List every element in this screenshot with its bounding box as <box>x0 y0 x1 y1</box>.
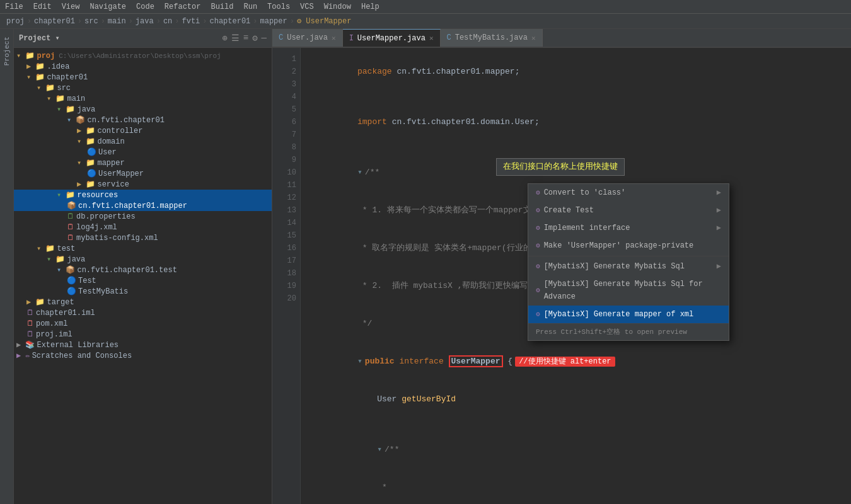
tree-item-pom-xml[interactable]: 🗒 pom.xml <box>14 318 272 329</box>
breadcrumb-usermapper[interactable]: ⚙ UserMapper <box>297 16 351 26</box>
java-class-icon: 🔵 <box>67 287 76 296</box>
tree-item-target[interactable]: ▶ 📁 target <box>14 297 272 307</box>
tab-usermapper-java[interactable]: I UserMapper.java ✕ <box>343 29 441 47</box>
tree-item-chapter01[interactable]: ▾ 📁 chapter01 <box>14 72 272 83</box>
folder-icon: ▾ 📁 <box>37 244 55 253</box>
folder-icon: ▾ 📁 <box>26 72 45 82</box>
menu-tools[interactable]: Tools <box>267 3 290 11</box>
tree-item-scratches[interactable]: ▶ ✏ Scratches and Consoles <box>14 350 272 361</box>
tree-item-domain[interactable]: ▾ 📁 domain <box>14 136 272 147</box>
tab-testmybatis-java-close[interactable]: ✕ <box>531 34 536 42</box>
close-panel-icon[interactable]: — <box>262 33 267 43</box>
xml-icon: 🗒 <box>67 222 74 232</box>
breadcrumb-proj[interactable]: proj <box>6 17 25 26</box>
tree-item-main[interactable]: ▾ 📁 main <box>14 93 272 104</box>
left-panel-tab[interactable]: Project <box>0 29 14 504</box>
tree-item-controller[interactable]: ▶ 📁 controller <box>14 125 272 136</box>
menu-refactor[interactable]: Refactor <box>165 3 201 11</box>
ctx-make-package-private[interactable]: ⚙ Make 'UserMapper' package-private <box>528 237 729 255</box>
breadcrumb-chapter01b[interactable]: chapter01 <box>210 17 251 26</box>
ctx-icon: ⚙ <box>536 284 540 297</box>
code-line-13: ▾/** <box>308 431 843 469</box>
package-icon: 📦 <box>67 201 76 210</box>
tree-item-mybatis-config[interactable]: 🗒 mybatis-config.xml <box>14 232 272 243</box>
menu-build[interactable]: Build <box>211 3 233 11</box>
tree-item-resources[interactable]: ▾ 📁 resources <box>14 190 272 200</box>
breadcrumb-java[interactable]: java <box>136 17 154 26</box>
settings-icon[interactable]: ⚙ <box>252 33 257 43</box>
java-interface-icon: 🔵 <box>87 169 96 178</box>
tree-item-cn-fvti[interactable]: ▾ 📦 cn.fvti.chapter01 <box>14 115 272 125</box>
tab-testmybatis-java[interactable]: C TestMyBatis.java ✕ <box>441 29 543 47</box>
properties-icon: 🗒 <box>67 212 74 221</box>
ctx-icon: ⚙ <box>536 239 540 252</box>
menubar: File Edit View Navigate Code Refactor Bu… <box>0 0 851 14</box>
expand-icon[interactable]: ≡ <box>243 33 248 43</box>
code-line-1: package cn.fvti.chapter01.mapper; <box>308 53 843 91</box>
tree-item-mapper-folder[interactable]: ▾ 📁 mapper <box>14 158 272 168</box>
tree-item-proj-iml[interactable]: 🗒 proj.iml <box>14 329 272 340</box>
tree-item-idea[interactable]: ▶ 📁 .idea <box>14 61 272 72</box>
main-layout: Project Project ▾ ⊕ ☰ ≡ ⚙ — ▾ 📁 proj C:\… <box>0 29 851 504</box>
code-editor[interactable]: 1234 5678 9101112 13141516 17181920 pack… <box>272 48 851 504</box>
tree-item-usermapper-class[interactable]: 🔵 UserMapper <box>14 168 272 179</box>
collapse-all-icon[interactable]: ☰ <box>231 33 240 43</box>
breadcrumb-src[interactable]: src <box>84 17 98 26</box>
tree-item-test-class[interactable]: 🔵 Test <box>14 275 272 286</box>
tree-item-testmybatis-class[interactable]: 🔵 TestMyBatis <box>14 286 272 297</box>
tree-item-user-class[interactable]: 🔵 User <box>14 147 272 158</box>
menu-help[interactable]: Help <box>361 3 379 11</box>
folder-icon: ▶ 📁 <box>26 62 45 71</box>
breadcrumb-cn[interactable]: cn <box>163 17 172 26</box>
source-folder-icon: ▾ 📁 <box>57 105 75 114</box>
ctx-generate-mybatis-sql[interactable]: ⚙ [MybatisX] Generate Mybatis Sql ▶ <box>528 258 729 275</box>
breadcrumb-main[interactable]: main <box>108 17 126 26</box>
file-tree: ▾ 📁 proj C:\Users\Administrator\Desktop\… <box>14 48 272 504</box>
line-numbers: 1234 5678 9101112 13141516 17181920 <box>272 48 301 504</box>
ctx-generate-mybatis-sql-advance[interactable]: ⚙ [MybatisX] Generate Mybatis Sql for Ad… <box>528 275 729 306</box>
ctx-icon: ⚙ <box>536 204 540 217</box>
folder-icon: ▾ 📁 <box>37 83 55 93</box>
tree-item-log4j[interactable]: 🗒 log4j.xml <box>14 222 272 232</box>
tree-item-chapter01-iml[interactable]: 🗒 chapter01.iml <box>14 307 272 318</box>
tree-item-src[interactable]: ▾ 📁 src <box>14 83 272 93</box>
folder-icon: ▶ 📁 <box>77 180 95 189</box>
locate-icon[interactable]: ⊕ <box>222 33 227 43</box>
breadcrumb-mapper[interactable]: mapper <box>260 17 287 26</box>
ctx-convert-class-label: Convert to 'class' <box>544 186 626 199</box>
menu-edit[interactable]: Edit <box>33 3 52 11</box>
menu-view[interactable]: View <box>62 3 80 11</box>
folder-icon: ▶ 📁 <box>77 126 95 135</box>
menu-file[interactable]: File <box>5 3 23 11</box>
ctx-icon: ⚙ <box>536 260 540 273</box>
breadcrumb-fvti[interactable]: fvti <box>182 17 200 26</box>
menu-window[interactable]: Window <box>324 3 351 11</box>
menu-code[interactable]: Code <box>136 3 154 11</box>
tree-item-test-java[interactable]: ▾ 📁 java <box>14 254 272 265</box>
menu-run[interactable]: Run <box>243 3 257 11</box>
breadcrumb-chapter01[interactable]: chapter01 <box>34 17 75 26</box>
tree-item-test-package[interactable]: ▾ 📦 cn.fvti.chapter01.test <box>14 265 272 275</box>
tree-item-db-properties[interactable]: 🗒 db.properties <box>14 211 272 222</box>
tree-item-test[interactable]: ▾ 📁 test <box>14 243 272 254</box>
ctx-implement-interface[interactable]: ⚙ Implement interface ▶ <box>528 219 729 237</box>
package-icon: ▾ 📦 <box>67 115 85 125</box>
tree-item-service[interactable]: ▶ 📁 service <box>14 179 272 190</box>
tree-item-cn-fvti-mapper[interactable]: 📦 cn.fvti.chapter01.mapper <box>14 200 272 211</box>
ctx-hint: Press Ctrl+Shift+空格 to open preview <box>528 323 729 340</box>
tab-usermapper-java-close[interactable]: ✕ <box>429 34 434 42</box>
project-tab-label[interactable]: Project <box>2 32 12 71</box>
tree-item-proj[interactable]: ▾ 📁 proj C:\Users\Administrator\Desktop\… <box>14 50 272 61</box>
tree-item-java[interactable]: ▾ 📁 java <box>14 104 272 115</box>
project-panel-title: Project ▾ <box>19 33 217 43</box>
menu-vcs[interactable]: VCS <box>300 3 314 11</box>
menu-navigate[interactable]: Navigate <box>90 3 126 11</box>
ctx-convert-class[interactable]: ⚙ Convert to 'class' ▶ <box>528 184 729 202</box>
tab-user-java[interactable]: C User.java ✕ <box>272 29 343 47</box>
ctx-create-test[interactable]: ⚙ Create Test ▶ <box>528 202 729 219</box>
code-content[interactable]: package cn.fvti.chapter01.mapper; import… <box>301 48 851 504</box>
tab-user-java-close[interactable]: ✕ <box>332 34 336 42</box>
tree-item-ext-libraries[interactable]: ▶ 📚 External Libraries <box>14 340 272 350</box>
ctx-generate-mapper-xml[interactable]: ⚙ [MybatisX] Generate mapper of xml <box>528 306 729 323</box>
context-menu[interactable]: ⚙ Convert to 'class' ▶ ⚙ Create Test ▶ ⚙… <box>528 183 729 341</box>
